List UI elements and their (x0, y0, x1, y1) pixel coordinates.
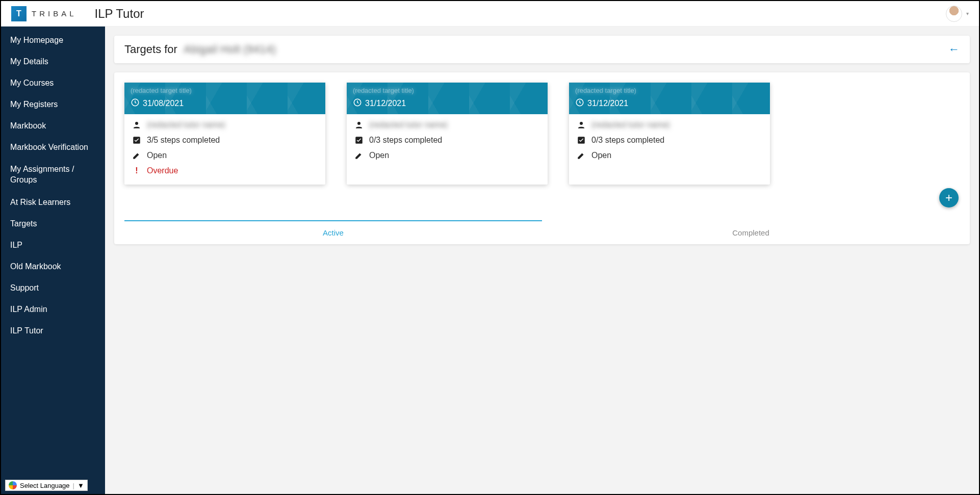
sidebar-item-markbook[interactable]: Markbook (1, 115, 105, 137)
language-selector[interactable]: Select Language | ▼ (5, 480, 88, 491)
card-header: (redacted target title) 31/12/2021 (347, 83, 548, 114)
pencil-icon (575, 151, 587, 160)
chevron-down-icon[interactable]: ▾ (966, 11, 969, 16)
language-label: Select Language (20, 482, 70, 489)
divider: | (73, 482, 74, 489)
sidebar-item-my-registers[interactable]: My Registers (1, 94, 105, 115)
add-target-button[interactable]: + (939, 188, 959, 207)
sidebar-item-support[interactable]: Support (1, 277, 105, 299)
card-header: (redacted target title) 31/12/2021 (569, 83, 770, 114)
card-status: Open (147, 151, 167, 160)
targets-panel: (redacted target title) 31/08/2021 (114, 72, 970, 244)
pencil-icon (353, 151, 365, 160)
brand-text: TRIBAL (32, 9, 77, 18)
sidebar-item-ilp-admin[interactable]: ILP Admin (1, 299, 105, 320)
person-icon (131, 120, 143, 129)
back-arrow-icon[interactable]: ← (948, 43, 960, 56)
page-title-bar: Targets for Abigail Holt (9414) ← (114, 36, 970, 63)
page-title-name: Abigail Holt (9414) (184, 43, 276, 56)
card-steps: 0/3 steps completed (369, 136, 442, 145)
card-steps: 0/3 steps completed (591, 136, 664, 145)
chevron-down-icon: ▼ (78, 482, 84, 489)
card-person: (redacted tutor name) (147, 120, 225, 129)
sidebar-item-my-assignments-groups[interactable]: My Assignments / Groups (1, 158, 105, 192)
sidebar-item-old-markbook[interactable]: Old Markbook (1, 256, 105, 277)
svg-point-4 (357, 122, 360, 125)
tabs-bar: Active Completed (124, 220, 960, 244)
card-header: (redacted target title) 31/08/2021 (124, 83, 325, 114)
person-icon (575, 120, 587, 129)
target-card[interactable]: (redacted target title) 31/12/2021 (347, 83, 548, 185)
sidebar-item-my-homepage[interactable]: My Homepage (1, 30, 105, 51)
sidebar-item-targets[interactable]: Targets (1, 213, 105, 235)
sidebar-item-ilp[interactable]: ILP (1, 235, 105, 256)
svg-point-7 (580, 122, 583, 125)
checkbox-icon (575, 136, 587, 145)
card-person: (redacted tutor name) (369, 120, 448, 129)
app-title: ILP Tutor (95, 7, 144, 21)
sidebar: My Homepage My Details My Courses My Reg… (1, 27, 105, 494)
exclamation-icon: ! (131, 166, 143, 175)
card-status: Open (591, 151, 611, 160)
clock-icon (353, 98, 365, 109)
checkbox-icon (131, 136, 143, 145)
card-person: (redacted tutor name) (591, 120, 670, 129)
target-card[interactable]: (redacted target title) 31/12/2021 (569, 83, 770, 185)
sidebar-item-markbook-verification[interactable]: Markbook Verification (1, 137, 105, 158)
card-title: (redacted target title) (131, 87, 319, 96)
tab-completed[interactable]: Completed (542, 220, 960, 244)
tab-active[interactable]: Active (124, 220, 542, 244)
header-bar: T TRIBAL ILP Tutor ▾ (1, 1, 979, 27)
card-steps: 3/5 steps completed (147, 136, 220, 145)
sidebar-item-my-details[interactable]: My Details (1, 51, 105, 72)
clock-icon (575, 98, 587, 109)
sidebar-item-at-risk-learners[interactable]: At Risk Learners (1, 192, 105, 213)
card-date: 31/12/2021 (365, 99, 406, 108)
checkbox-icon (353, 136, 365, 145)
clock-icon (131, 98, 143, 109)
main-content: Targets for Abigail Holt (9414) ← (redac… (105, 27, 979, 494)
card-date: 31/12/2021 (587, 99, 628, 108)
page-title-prefix: Targets for (124, 43, 177, 56)
target-card[interactable]: (redacted target title) 31/08/2021 (124, 83, 325, 185)
sidebar-item-my-courses[interactable]: My Courses (1, 72, 105, 94)
cards-row: (redacted target title) 31/08/2021 (124, 83, 960, 185)
card-status: Open (369, 151, 389, 160)
google-icon (9, 481, 17, 489)
person-icon (353, 120, 365, 129)
card-title: (redacted target title) (353, 87, 541, 96)
card-title: (redacted target title) (575, 87, 764, 96)
page-title: Targets for Abigail Holt (9414) (124, 43, 276, 56)
card-overdue: Overdue (147, 166, 178, 175)
logo-icon: T (11, 6, 27, 21)
pencil-icon (131, 151, 143, 160)
card-date: 31/08/2021 (143, 99, 184, 108)
svg-point-1 (135, 122, 138, 125)
sidebar-item-ilp-tutor[interactable]: ILP Tutor (1, 320, 105, 342)
avatar[interactable] (946, 6, 962, 22)
